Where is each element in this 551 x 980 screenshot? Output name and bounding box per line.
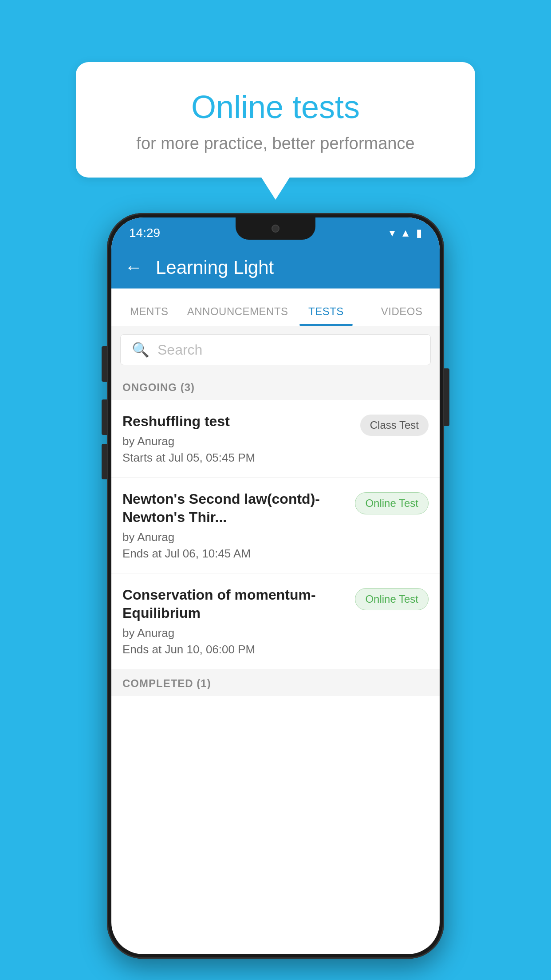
phone-frame: 14:29 ▾ ▲ ▮ ← Learning Light MENTS ANNOU… <box>107 213 444 959</box>
camera-icon <box>272 225 279 233</box>
test-time-3: Ends at Jun 10, 06:00 PM <box>122 643 346 656</box>
test-author-3: by Anurag <box>122 626 346 640</box>
signal-icon: ▲ <box>400 227 411 239</box>
test-item-1[interactable]: Reshuffling test by Anurag Starts at Jul… <box>111 400 440 478</box>
tab-videos[interactable]: VIDEOS <box>364 305 440 326</box>
ongoing-section-header: ONGOING (3) <box>111 373 440 400</box>
wifi-icon: ▾ <box>390 227 395 239</box>
tab-tests[interactable]: TESTS <box>288 305 364 326</box>
battery-icon: ▮ <box>416 227 422 239</box>
completed-section-header: COMPLETED (1) <box>111 669 440 696</box>
status-time: 14:29 <box>129 226 160 240</box>
test-info-3: Conservation of momentum-Equilibrium by … <box>122 586 355 656</box>
search-bar[interactable]: 🔍 Search <box>120 334 431 365</box>
phone-notch <box>236 217 315 240</box>
test-time-2: Ends at Jul 06, 10:45 AM <box>122 547 346 561</box>
test-name-1: Reshuffling test <box>122 412 351 431</box>
test-name-2: Newton's Second law(contd)-Newton's Thir… <box>122 490 346 527</box>
bubble-card: Online tests for more practice, better p… <box>76 62 475 178</box>
app-header: ← Learning Light <box>111 246 440 288</box>
completed-title: COMPLETED (1) <box>122 677 211 689</box>
test-author-1: by Anurag <box>122 435 351 448</box>
phone-mockup: 14:29 ▾ ▲ ▮ ← Learning Light MENTS ANNOU… <box>107 213 444 959</box>
status-icons: ▾ ▲ ▮ <box>390 227 422 239</box>
ongoing-title: ONGOING (3) <box>122 381 195 393</box>
test-info-1: Reshuffling test by Anurag Starts at Jul… <box>122 412 360 465</box>
tabs-bar: MENTS ANNOUNCEMENTS TESTS VIDEOS <box>111 288 440 326</box>
test-badge-3: Online Test <box>355 588 429 610</box>
test-item-2[interactable]: Newton's Second law(contd)-Newton's Thir… <box>111 478 440 573</box>
search-input[interactable]: Search <box>157 342 202 358</box>
test-author-2: by Anurag <box>122 530 346 544</box>
test-badge-2: Online Test <box>355 492 429 514</box>
tab-ments[interactable]: MENTS <box>111 305 187 326</box>
test-item-3[interactable]: Conservation of momentum-Equilibrium by … <box>111 573 440 669</box>
test-time-1: Starts at Jul 05, 05:45 PM <box>122 451 351 465</box>
tab-announcements[interactable]: ANNOUNCEMENTS <box>187 305 288 326</box>
phone-screen: 14:29 ▾ ▲ ▮ ← Learning Light MENTS ANNOU… <box>111 217 440 954</box>
app-title: Learning Light <box>156 257 274 278</box>
test-badge-1: Class Test <box>360 415 429 436</box>
search-container: 🔍 Search <box>111 326 440 373</box>
search-icon: 🔍 <box>132 341 150 358</box>
promo-bubble: Online tests for more practice, better p… <box>76 62 475 178</box>
bubble-title: Online tests <box>107 89 444 125</box>
test-info-2: Newton's Second law(contd)-Newton's Thir… <box>122 490 355 561</box>
bubble-subtitle: for more practice, better performance <box>107 134 444 153</box>
back-button[interactable]: ← <box>125 257 142 277</box>
test-name-3: Conservation of momentum-Equilibrium <box>122 586 346 623</box>
test-list: Reshuffling test by Anurag Starts at Jul… <box>111 400 440 669</box>
